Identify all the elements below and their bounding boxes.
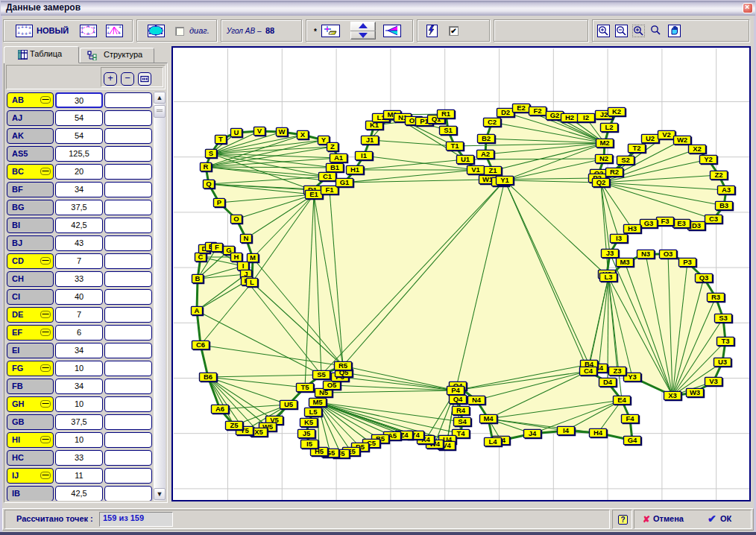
svg-text:A1: A1	[334, 153, 344, 162]
svg-text:H: H	[234, 253, 239, 261]
svg-text:A2: A2	[481, 150, 490, 158]
svg-text:+: +	[86, 25, 89, 29]
svg-text:M: M	[250, 253, 256, 262]
svg-text:M3: M3	[620, 258, 629, 266]
svg-text:L4: L4	[488, 437, 497, 446]
svg-text:A: A	[195, 306, 200, 314]
svg-text:+: +	[25, 31, 28, 36]
svg-text:A6: A6	[215, 405, 224, 413]
svg-text:Y3: Y3	[628, 373, 637, 381]
svg-text:U5: U5	[284, 400, 294, 408]
svg-text:S3: S3	[719, 314, 728, 322]
svg-text:G2: G2	[550, 111, 560, 119]
svg-text:T2: T2	[632, 144, 640, 152]
svg-text:B2: B2	[482, 134, 491, 142]
svg-text:K2: K2	[612, 107, 621, 115]
svg-text:+: +	[86, 31, 89, 36]
svg-text:R: R	[204, 162, 209, 171]
svg-text:+: +	[17, 31, 20, 36]
svg-text:R1: R1	[441, 110, 451, 118]
svg-text:H1: H1	[350, 165, 360, 174]
svg-text:Z3: Z3	[613, 367, 621, 375]
svg-text:+: +	[81, 30, 84, 35]
svg-text:B: B	[195, 274, 201, 282]
svg-text:F3: F3	[661, 217, 669, 225]
svg-text:S1: S1	[444, 126, 453, 134]
svg-text:C1: C1	[323, 172, 333, 180]
svg-text:D3: D3	[692, 221, 701, 229]
svg-text:Q3: Q3	[699, 273, 709, 282]
svg-text:L3: L3	[604, 273, 612, 281]
svg-text:E1: E1	[309, 190, 318, 198]
svg-text:X5: X5	[254, 428, 263, 436]
svg-text:+: +	[28, 25, 31, 31]
svg-text:C4: C4	[584, 367, 593, 375]
svg-text:X: X	[300, 130, 306, 139]
svg-text:O: O	[233, 215, 239, 223]
svg-text:R4: R4	[456, 406, 466, 414]
svg-text:M2: M2	[599, 139, 609, 147]
svg-text:Y2: Y2	[704, 155, 713, 163]
svg-text:+: +	[118, 31, 121, 36]
svg-text:D4: D4	[603, 378, 613, 386]
svg-text:I2: I2	[583, 113, 589, 121]
svg-text:R3: R3	[711, 293, 720, 301]
svg-text:P: P	[217, 198, 222, 206]
svg-text:Y: Y	[321, 136, 327, 144]
svg-text:V: V	[257, 127, 262, 135]
svg-text:V3: V3	[709, 377, 718, 385]
svg-text:V1: V1	[471, 165, 480, 174]
svg-text:J1: J1	[366, 136, 374, 144]
svg-text:N2: N2	[599, 154, 608, 162]
svg-text:U: U	[234, 128, 239, 136]
svg-text:I3: I3	[616, 234, 622, 242]
svg-text:F1: F1	[325, 186, 334, 194]
svg-text:E3: E3	[677, 219, 686, 227]
svg-text:A3: A3	[722, 186, 731, 194]
svg-text:G4: G4	[628, 436, 637, 444]
svg-text:I1: I1	[361, 151, 368, 159]
svg-text:G3: G3	[644, 219, 654, 227]
svg-text:C2: C2	[488, 118, 497, 126]
svg-text:+: +	[107, 25, 110, 31]
svg-text:W3: W3	[690, 388, 700, 396]
svg-text:+: +	[119, 25, 122, 30]
svg-text:J5: J5	[303, 429, 311, 437]
svg-text:L5: L5	[309, 408, 318, 416]
svg-text:L: L	[250, 278, 254, 286]
svg-text:H3: H3	[628, 224, 637, 232]
svg-text:C3: C3	[709, 215, 718, 223]
svg-text:W: W	[279, 127, 286, 136]
svg-text:K5: K5	[304, 418, 314, 426]
svg-text:X2: X2	[693, 145, 702, 153]
svg-text:E2: E2	[517, 104, 526, 112]
svg-text:D2: D2	[501, 108, 510, 116]
svg-text:J2: J2	[600, 110, 608, 118]
svg-text:R2: R2	[610, 168, 619, 176]
svg-text:F4: F4	[626, 414, 634, 422]
svg-text:I4: I4	[563, 426, 570, 434]
svg-text:M4: M4	[483, 414, 494, 422]
svg-text:T: T	[218, 135, 223, 143]
svg-text:M5: M5	[312, 398, 323, 406]
svg-text:Y1: Y1	[500, 176, 509, 184]
svg-text:F: F	[215, 243, 219, 251]
svg-text:+: +	[28, 31, 31, 36]
svg-text:Z1: Z1	[488, 166, 497, 174]
svg-text:T4: T4	[456, 429, 465, 437]
svg-text:F2: F2	[533, 107, 541, 115]
svg-text:T1: T1	[450, 142, 459, 150]
svg-text:N4: N4	[472, 396, 482, 404]
svg-text:J4: J4	[529, 429, 537, 437]
svg-text:Q2: Q2	[596, 178, 606, 186]
svg-text:C6: C6	[196, 341, 205, 349]
svg-text:+: +	[21, 25, 24, 30]
svg-text:N3: N3	[641, 250, 650, 258]
svg-text:B3: B3	[719, 201, 728, 209]
svg-text:Z: Z	[330, 142, 335, 151]
svg-text:I5: I5	[306, 440, 313, 448]
svg-text:Q: Q	[206, 180, 211, 188]
svg-text:V2: V2	[662, 130, 671, 139]
svg-text:N: N	[244, 234, 249, 242]
svg-text:P3: P3	[683, 258, 692, 266]
